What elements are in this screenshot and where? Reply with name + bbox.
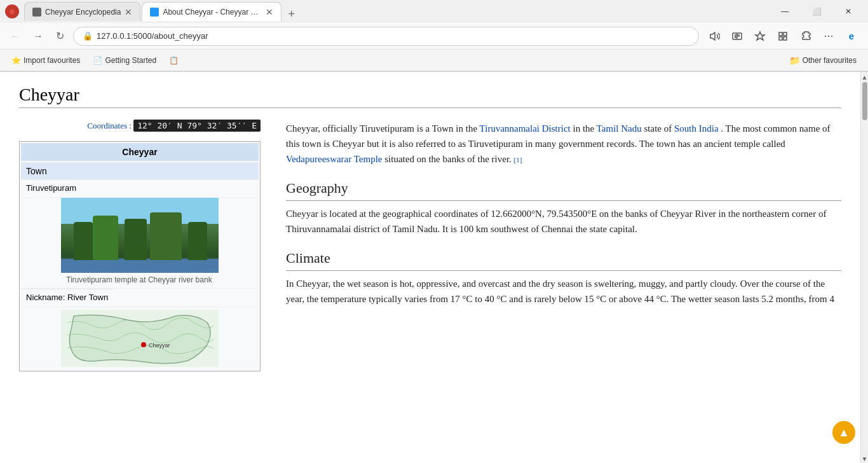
climate-paragraph: In Cheyyar, the wet season is hot, oppre…	[286, 276, 841, 307]
climate-heading: Climate	[286, 247, 841, 271]
svg-rect-11	[783, 37, 787, 40]
left-column: Coordinates : 12° 20′ N 79° 32′ 35′′ E C…	[19, 121, 261, 382]
maximize-button[interactable]: ⬜	[802, 2, 831, 21]
page-content: Cheyyar Coordinates : 12° 20′ N 79° 32′ …	[0, 72, 868, 463]
geography-heading: Geography	[286, 177, 841, 201]
scrollbar-up[interactable]: ▲	[861, 72, 869, 82]
title-bar: Cheyyar Encyclopedia ✕ About Cheyyar - C…	[0, 0, 868, 23]
infobox-image-row: Tiruvetipuram temple at Cheyyar river ba…	[21, 197, 259, 287]
infobox-row-type: Town	[21, 162, 259, 179]
scrollbar-thumb[interactable]	[862, 82, 867, 120]
scrollbar-down[interactable]: ▼	[861, 453, 869, 463]
more-button[interactable]: ···	[818, 26, 839, 46]
tab1-close[interactable]: ✕	[125, 7, 132, 17]
tab-cheyyar-encyclopedia[interactable]: Cheyyar Encyclopedia ✕	[24, 2, 140, 21]
tab-about-cheyyar[interactable]: About Cheyyar - Cheyyar Encyclo... ✕	[142, 2, 281, 21]
infobox-row-nickname: Nickname: River Town	[21, 288, 259, 305]
svg-text:Cheyyar: Cheyyar	[149, 342, 170, 349]
lock-icon: 🔒	[83, 31, 93, 41]
window-controls: — ⬜ ✕	[770, 2, 863, 21]
infobox-row-also: Tiruvetipuram	[21, 179, 259, 196]
tab1-title: Cheyyar Encyclopedia	[45, 8, 121, 17]
coordinates-label[interactable]: Coordinates :	[87, 121, 132, 130]
url-text: 127.0.0.1:5000/about_cheyyar	[97, 31, 208, 41]
coordinates-value: 12° 20′ N 79° 32′ 35′′ E	[133, 120, 261, 132]
import-favourites[interactable]: ⭐ Import favourites	[6, 54, 85, 67]
close-button[interactable]: ✕	[834, 2, 863, 21]
map-image: Cheyyar	[61, 310, 219, 367]
intro-text5: situated on the banks of the river.	[384, 154, 512, 164]
scrollbar-track[interactable]	[861, 82, 868, 453]
folder-icon: 📁	[789, 55, 800, 66]
nickname-val: River Town	[67, 293, 108, 302]
refresh-button[interactable]: ↻	[52, 27, 68, 45]
other-favourites-label: Other favourites	[803, 56, 857, 65]
doc-icon: 📄	[93, 56, 102, 65]
nickname-label: Nickname:	[26, 293, 65, 302]
page-title: Cheyyar	[19, 85, 841, 108]
pdf-icon: 📋	[169, 56, 179, 65]
tiruvannamalai-link[interactable]: Tiruvannamalai District	[480, 123, 571, 134]
new-tab-button[interactable]: +	[283, 8, 300, 21]
main-content: Cheyyar Coordinates : 12° 20′ N 79° 32′ …	[0, 72, 860, 463]
forward-button[interactable]: →	[29, 28, 47, 45]
two-col-layout: Coordinates : 12° 20′ N 79° 32′ 35′′ E C…	[19, 121, 841, 382]
extensions-button[interactable]	[796, 26, 816, 46]
address-bar[interactable]: 🔒 127.0.0.1:5000/about_cheyyar	[73, 27, 699, 46]
temple-image	[61, 198, 219, 273]
svg-rect-8	[779, 32, 782, 36]
bookmarks-bar: ⭐ Import favourites 📄 Getting Started 📋 …	[0, 50, 868, 71]
right-column: Cheyyar, officially Tiruvetipuram is a T…	[286, 121, 841, 382]
back-button[interactable]: ←	[6, 28, 24, 45]
tab2-close[interactable]: ✕	[266, 7, 273, 17]
temple-link[interactable]: Vedapureeswarar Temple	[286, 154, 383, 164]
read-aloud-button[interactable]	[704, 26, 724, 46]
intro-paragraph: Cheyyar, officially Tiruvetipuram is a T…	[286, 121, 841, 167]
svg-point-13	[141, 342, 146, 347]
temple-caption: Tiruvetipuram temple at Cheyyar river ba…	[61, 273, 219, 287]
getting-started-label: Getting Started	[105, 56, 156, 65]
south-india-link[interactable]: South India	[674, 123, 719, 134]
scrollbar: ▲ ▼	[860, 72, 868, 463]
title-bar-left	[5, 4, 19, 18]
svg-rect-10	[779, 37, 782, 40]
infobox-type: Town	[21, 163, 52, 179]
tab1-favicon	[32, 8, 41, 17]
infobox-also: Tiruvetipuram	[21, 180, 81, 196]
intro-text2: in the	[573, 123, 595, 134]
bookmark-right: 📁 Other favourites	[784, 53, 862, 67]
minimize-button[interactable]: —	[770, 2, 799, 21]
import-icon: ⭐	[11, 56, 21, 65]
intro-text1: Cheyyar, officially Tiruvetipuram is a T…	[286, 123, 477, 134]
getting-started[interactable]: 📄 Getting Started	[88, 54, 161, 67]
coordinates-row: Coordinates : 12° 20′ N 79° 32′ 35′′ E	[19, 121, 261, 131]
other-favourites[interactable]: 📁 Other favourites	[784, 53, 862, 67]
infobox-map-row: Cheyyar	[21, 307, 259, 370]
back-to-top-button[interactable]: ▲	[832, 421, 855, 444]
bookmark-pdf[interactable]: 📋	[164, 54, 184, 67]
tamil-link[interactable]: Tamil Nadu	[597, 123, 642, 134]
infobox-title: Cheyyar	[21, 143, 259, 161]
tab2-favicon	[150, 8, 159, 17]
svg-rect-9	[783, 32, 787, 36]
edge-icon[interactable]: e	[841, 26, 862, 46]
intro-text3: state of	[644, 123, 672, 134]
infobox: Cheyyar Town Tiruvetipuram	[19, 141, 261, 371]
geography-paragraph: Cheyyar is located at the geographical c…	[286, 206, 841, 237]
import-label: Import favourites	[24, 56, 80, 65]
tab2-title: About Cheyyar - Cheyyar Encyclo...	[163, 8, 262, 17]
nav-icons: ··· e	[704, 26, 862, 46]
tab-bar: Cheyyar Encyclopedia ✕ About Cheyyar - C…	[24, 2, 765, 21]
ref1-link[interactable]: [1]	[514, 156, 522, 163]
immersive-reader-button[interactable]	[727, 26, 747, 46]
favorites-button[interactable]	[750, 26, 770, 46]
nav-bar: ← → ↻ 🔒 127.0.0.1:5000/about_cheyyar	[0, 23, 868, 50]
collections-button[interactable]	[773, 26, 793, 46]
browser-logo	[5, 4, 19, 18]
